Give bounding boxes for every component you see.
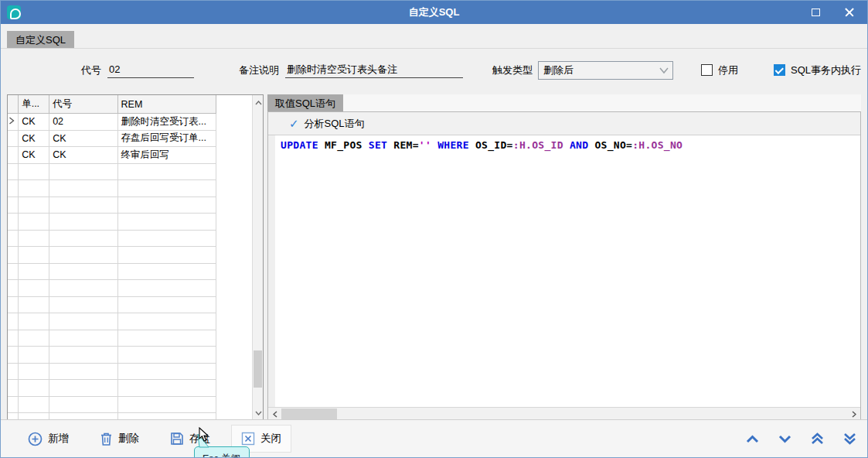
grid-empty-row[interactable]	[8, 396, 216, 413]
grid-empty-row[interactable]	[8, 313, 216, 330]
grid-cell[interactable]	[117, 163, 216, 180]
grid-cell[interactable]	[19, 363, 49, 380]
grid-cell[interactable]	[19, 263, 49, 280]
grid-cell[interactable]: CK	[19, 147, 49, 164]
grid-cell[interactable]	[19, 330, 49, 347]
next-record-button[interactable]	[778, 432, 791, 446]
grid-cell[interactable]: 02	[49, 114, 117, 131]
grid-cell[interactable]	[49, 313, 117, 330]
grid-cell[interactable]: CK	[19, 114, 49, 131]
grid-cell[interactable]	[19, 180, 49, 197]
grid-cell[interactable]: 删除时清空受订表...	[117, 114, 216, 131]
grid-cell[interactable]	[49, 363, 117, 380]
grid-empty-row[interactable]	[8, 280, 216, 297]
grid-vertical-scrollbar[interactable]	[252, 95, 263, 420]
grid-cell[interactable]	[19, 313, 49, 330]
grid-empty-row[interactable]	[8, 214, 216, 231]
tab-custom-sql[interactable]: 自定义SQL	[7, 31, 74, 48]
maximize-button[interactable]	[804, 3, 827, 22]
grid-cell[interactable]	[117, 347, 216, 364]
grid-cell[interactable]	[49, 380, 117, 397]
delete-button[interactable]: 删除	[90, 425, 149, 453]
grid-cell[interactable]	[117, 214, 216, 231]
grid-cell[interactable]	[49, 247, 117, 264]
sql-editor[interactable]: UPDATE MF_POS SET REM='' WHERE OS_ID=:H.…	[268, 135, 860, 407]
grid-cell[interactable]	[19, 230, 49, 247]
grid-cell[interactable]	[117, 263, 216, 280]
grid-cell[interactable]	[19, 197, 49, 214]
grid-cell[interactable]	[49, 163, 117, 180]
grid-empty-row[interactable]	[8, 330, 216, 347]
tab-value-sql[interactable]: 取值SQL语句	[267, 94, 343, 111]
grid-cell[interactable]	[117, 296, 216, 313]
grid-cell[interactable]: CK	[19, 130, 49, 147]
grid-cell[interactable]	[19, 347, 49, 364]
grid-cell[interactable]	[117, 247, 216, 264]
grid-scrollbar-thumb[interactable]	[254, 350, 262, 388]
grid-cell[interactable]: 终审后回写	[117, 147, 216, 164]
grid-cell[interactable]	[49, 180, 117, 197]
grid-cell[interactable]	[49, 330, 117, 347]
grid-cell[interactable]: 存盘后回写受订单...	[117, 130, 216, 147]
grid-cell[interactable]: CK	[49, 130, 117, 147]
grid-cell[interactable]	[117, 313, 216, 330]
scroll-right-icon[interactable]	[848, 408, 859, 420]
table-row[interactable]: CK02删除时清空受订表...	[8, 114, 216, 131]
grid-cell[interactable]	[117, 363, 216, 380]
grid-cell[interactable]	[49, 347, 117, 364]
first-record-button[interactable]	[810, 432, 824, 446]
grid-cell[interactable]	[19, 280, 49, 297]
grid-empty-row[interactable]	[8, 163, 216, 180]
scroll-up-icon[interactable]	[253, 97, 264, 108]
grid-header-code[interactable]: 代号	[49, 95, 117, 114]
analyze-sql-button[interactable]: ✓ 分析SQL语句	[268, 112, 860, 135]
code-input[interactable]	[107, 62, 194, 78]
grid-cell[interactable]	[49, 230, 117, 247]
grid-cell[interactable]	[49, 280, 117, 297]
grid-cell[interactable]	[117, 280, 216, 297]
remark-input[interactable]	[285, 62, 463, 78]
sql-scrollbar-thumb[interactable]	[281, 408, 337, 419]
grid-empty-row[interactable]	[8, 180, 216, 197]
last-record-button[interactable]	[842, 432, 856, 446]
grid-cell[interactable]	[49, 263, 117, 280]
sql-transaction-checkbox[interactable]: SQL事务内执行	[774, 63, 861, 77]
sql-horizontal-scrollbar[interactable]	[268, 407, 860, 420]
grid-header-doc-type[interactable]: 单...	[19, 95, 49, 114]
scroll-left-icon[interactable]	[269, 408, 281, 420]
grid-cell[interactable]	[117, 380, 216, 397]
grid-empty-row[interactable]	[8, 296, 216, 313]
disable-checkbox[interactable]: 停用	[701, 63, 738, 77]
grid-empty-row[interactable]	[8, 230, 216, 247]
grid-empty-row[interactable]	[8, 347, 216, 364]
grid-cell[interactable]	[19, 296, 49, 313]
grid-cell[interactable]	[117, 330, 216, 347]
grid-empty-row[interactable]	[8, 247, 216, 264]
grid-cell[interactable]	[117, 396, 216, 413]
grid-cell[interactable]	[19, 380, 49, 397]
grid-cell[interactable]	[117, 180, 216, 197]
add-button[interactable]: 新增	[18, 425, 79, 453]
grid-empty-row[interactable]	[8, 363, 216, 380]
grid-cell[interactable]: CK	[49, 147, 117, 164]
grid-empty-row[interactable]	[8, 263, 216, 280]
grid-cell[interactable]	[49, 197, 117, 214]
scroll-down-icon[interactable]	[253, 407, 264, 419]
close-window-button[interactable]	[838, 3, 861, 22]
grid-cell[interactable]	[117, 197, 216, 214]
sql-code-line[interactable]: UPDATE MF_POS SET REM='' WHERE OS_ID=:H.…	[275, 135, 688, 407]
trigger-type-select[interactable]: 删除后	[538, 61, 673, 80]
grid-cell[interactable]	[49, 396, 117, 413]
grid-cell[interactable]	[117, 230, 216, 247]
grid-empty-row[interactable]	[8, 380, 216, 397]
table-row[interactable]: CKCK存盘后回写受订单...	[8, 130, 216, 147]
grid-cell[interactable]	[19, 214, 49, 231]
grid-empty-row[interactable]	[8, 197, 216, 214]
grid-cell[interactable]	[19, 247, 49, 264]
grid-cell[interactable]	[19, 163, 49, 180]
grid-header-rem[interactable]: REM	[117, 95, 216, 114]
grid-cell[interactable]	[19, 396, 49, 413]
table-row[interactable]: CKCK终审后回写	[8, 147, 216, 164]
grid-cell[interactable]	[49, 214, 117, 231]
prev-record-button[interactable]	[745, 432, 759, 446]
